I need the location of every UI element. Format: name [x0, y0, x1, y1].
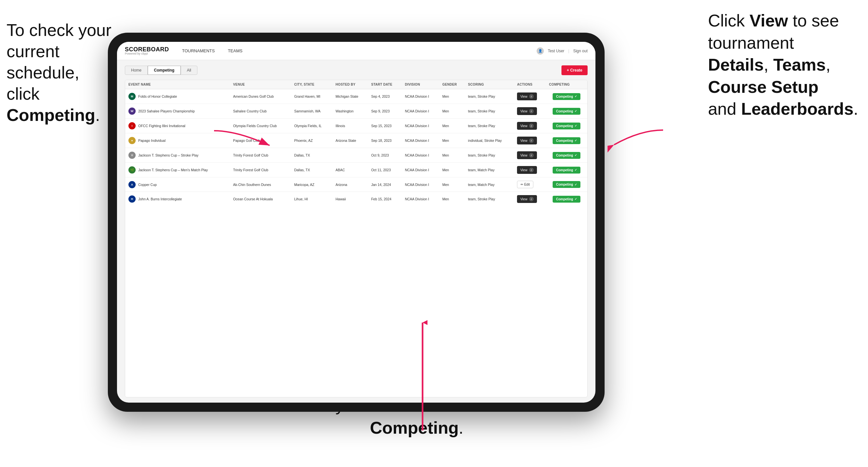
sign-out-link[interactable]: Sign out: [573, 49, 588, 53]
actions-cell: View i: [514, 192, 546, 207]
event-name-cell: M Folds of Honor Collegiate: [128, 93, 226, 100]
table-header-row: EVENT NAME VENUE CITY, STATE HOSTED BY S…: [125, 80, 587, 89]
venue-cell: Sahalee Country Club: [230, 104, 291, 119]
event-name-cell: H John A. Burns Intercollegiate: [128, 195, 226, 203]
hosted-by-cell: Arizona State: [332, 133, 368, 148]
view-button[interactable]: View i: [517, 195, 537, 203]
table-row: 🌿 Jackson T. Stephens Cup – Men's Match …: [125, 163, 587, 178]
city-state-cell: Maricopa, AZ: [291, 178, 332, 192]
gender-cell: Men: [439, 89, 465, 104]
hosted-by-cell: Washington: [332, 104, 368, 119]
info-icon: i: [529, 109, 534, 114]
nav-links: TOURNAMENTS TEAMS: [179, 47, 526, 55]
team-icon: H: [128, 195, 135, 203]
user-avatar: 👤: [537, 48, 544, 55]
arrow-to-competing-tab: [211, 127, 276, 155]
view-button[interactable]: View i: [517, 122, 537, 130]
city-state-cell: Lihue, HI: [291, 192, 332, 207]
event-name: Copper Cup: [138, 183, 157, 187]
scoreboard-logo: SCOREBOARD Powered by clippi: [125, 46, 169, 55]
user-label: Test User: [548, 49, 564, 53]
view-button[interactable]: View i: [517, 151, 537, 159]
competing-button[interactable]: Competing ✓: [553, 93, 580, 100]
gender-cell: Men: [439, 192, 465, 207]
competing-button[interactable]: Competing ✓: [553, 123, 580, 129]
arrow-to-view-button: [608, 127, 666, 154]
tablet-screen: SCOREBOARD Powered by clippi TOURNAMENTS…: [117, 42, 595, 403]
tab-home[interactable]: Home: [125, 66, 148, 75]
team-icon: ☆: [128, 152, 135, 159]
event-name: OFCC Fighting Illini Invitational: [138, 124, 185, 128]
edit-button[interactable]: ✏ Edit: [517, 181, 533, 188]
annotation-top-right: Click View to see tournament Details, Te…: [708, 10, 858, 120]
event-name: Papago Individual: [138, 138, 165, 143]
nav-tournaments[interactable]: TOURNAMENTS: [179, 47, 217, 55]
team-icon: W: [128, 107, 135, 115]
city-state-cell: Dallas, TX: [291, 163, 332, 178]
tab-competing[interactable]: Competing: [148, 66, 181, 75]
competing-cell: Competing ✓: [546, 163, 587, 178]
event-name-cell: 🌿 Jackson T. Stephens Cup – Men's Match …: [128, 166, 226, 174]
competing-button[interactable]: Competing ✓: [553, 152, 580, 159]
team-icon: A: [128, 181, 135, 188]
competing-cell: Competing ✓: [546, 104, 587, 119]
event-name: John A. Burns Intercollegiate: [138, 197, 182, 201]
start-date-cell: Oct 9, 2023: [368, 148, 402, 163]
scoring-cell: team, Stroke Play: [465, 148, 514, 163]
scoring-cell: team, Match Play: [465, 178, 514, 192]
venue-cell: Ocean Course At Hokuala: [230, 192, 291, 207]
hosted-by-cell: Arizona: [332, 178, 368, 192]
logo-title: SCOREBOARD: [125, 46, 169, 52]
tablet-device: SCOREBOARD Powered by clippi TOURNAMENTS…: [108, 33, 604, 412]
col-competing: COMPETING: [546, 80, 587, 89]
competing-button[interactable]: Competing ✓: [553, 181, 580, 188]
team-icon: ♦: [128, 137, 135, 144]
scoring-cell: team, Stroke Play: [465, 192, 514, 207]
table-row: H John A. Burns Intercollegiate Ocean Co…: [125, 192, 587, 207]
team-icon: M: [128, 93, 135, 100]
tab-all[interactable]: All: [181, 66, 197, 75]
start-date-cell: Sep 9, 2023: [368, 104, 402, 119]
city-state-cell: Sammamish, WA: [291, 104, 332, 119]
gender-cell: Men: [439, 163, 465, 178]
competing-button[interactable]: Competing ✓: [553, 108, 580, 115]
col-start-date: START DATE: [368, 80, 402, 89]
col-gender: GENDER: [439, 80, 465, 89]
venue-cell: Trinity Forest Golf Club: [230, 163, 291, 178]
col-scoring: SCORING: [465, 80, 514, 89]
nav-teams[interactable]: TEAMS: [225, 47, 245, 55]
start-date-cell: Sep 18, 2023: [368, 133, 402, 148]
view-button[interactable]: View i: [517, 136, 537, 145]
info-icon: i: [529, 168, 534, 172]
actions-cell: View i: [514, 148, 546, 163]
table-row: W 2023 Sahalee Players Championship Saha…: [125, 104, 587, 119]
view-button[interactable]: View i: [517, 107, 537, 115]
competing-cell: Competing ✓: [546, 133, 587, 148]
competing-button[interactable]: Competing ✓: [553, 196, 580, 203]
view-button[interactable]: View i: [517, 166, 537, 174]
view-button[interactable]: View i: [517, 92, 537, 100]
tab-bar: Home Competing All + Create: [125, 65, 588, 75]
hosted-by-cell: Michigan State: [332, 89, 368, 104]
actions-cell: View i: [514, 104, 546, 119]
gender-cell: Men: [439, 178, 465, 192]
start-date-cell: Oct 11, 2023: [368, 163, 402, 178]
event-name: Jackson T. Stephens Cup – Stroke Play: [138, 153, 198, 157]
event-name: Jackson T. Stephens Cup – Men's Match Pl…: [138, 168, 208, 172]
info-icon: i: [529, 94, 534, 99]
city-state-cell: Dallas, TX: [291, 148, 332, 163]
competing-cell: Competing ✓: [546, 89, 587, 104]
create-button[interactable]: + Create: [561, 65, 588, 75]
actions-cell: View i: [514, 133, 546, 148]
division-cell: NCAA Division I: [402, 192, 439, 207]
logo-subtitle: Powered by clippi: [125, 52, 169, 55]
start-date-cell: Feb 15, 2024: [368, 192, 402, 207]
info-icon: i: [529, 124, 534, 128]
competing-button[interactable]: Competing ✓: [553, 137, 580, 144]
gender-cell: Men: [439, 119, 465, 133]
scoring-cell: team, Stroke Play: [465, 104, 514, 119]
table-row: A Copper Cup Ak-Chin Southern DunesMaric…: [125, 178, 587, 192]
competing-button[interactable]: Competing ✓: [553, 167, 580, 174]
table-row: ☆ Jackson T. Stephens Cup – Stroke Play …: [125, 148, 587, 163]
competing-cell: Competing ✓: [546, 178, 587, 192]
